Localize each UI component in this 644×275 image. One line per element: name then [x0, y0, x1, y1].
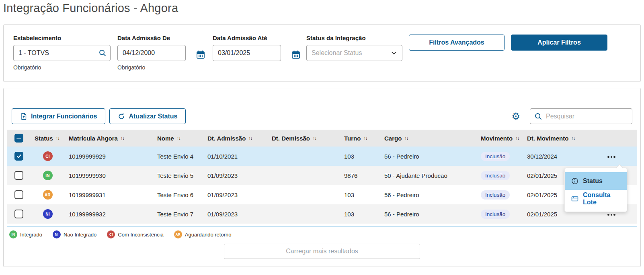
matricula-cell: 10199999931: [65, 191, 153, 198]
sort-icon: ↑↓: [56, 136, 59, 141]
column-header-dt-demissao[interactable]: Dt. Demissão↑↓: [268, 135, 340, 142]
sort-icon: ↑↓: [121, 136, 124, 141]
table-toolbar: Integrar Funcionários Atualizar Status ⚙: [12, 108, 632, 124]
estabelecimento-label: Estabelecimento: [13, 35, 111, 41]
legend-item: AR Aguardando retorno: [174, 230, 232, 238]
status-integracao-label: Status da Integração: [306, 35, 402, 41]
estabelecimento-field: Estabelecimento Obrigatório: [13, 35, 111, 71]
row-checkbox[interactable]: [14, 210, 23, 218]
table-row: CI 10199999929 Teste Envio 4 01/10/2021 …: [7, 147, 637, 166]
search-input[interactable]: [546, 113, 628, 120]
column-header-cargo[interactable]: Cargo↑↓: [380, 135, 477, 142]
select-all-cell: [7, 134, 31, 143]
row-actions-icon[interactable]: [606, 212, 617, 218]
estabelecimento-input[interactable]: [13, 45, 111, 61]
data-admissao-ate-input[interactable]: [213, 45, 281, 61]
calendar-icon[interactable]: [196, 50, 205, 59]
cargo-cell: 56 - Pedreiro: [380, 211, 477, 218]
popup-item-status[interactable]: Status: [565, 172, 627, 190]
estabelecimento-helper: Obrigatório: [13, 64, 111, 71]
legend-item: IN Integrado: [9, 230, 42, 238]
status-legend: IN Integrado NI Não Integrado CI Com Inc…: [9, 230, 637, 239]
gear-icon[interactable]: ⚙: [511, 112, 520, 121]
table-row: IN 10199999930 Teste Envio 5 01/09/2023 …: [7, 166, 637, 185]
popup-item-consulta-lote[interactable]: Consulta Lote: [565, 190, 627, 208]
turno-cell: 9876: [340, 172, 380, 179]
nome-cell: Teste Envio 6: [153, 191, 203, 198]
row-actions-popup: Status Consulta Lote: [564, 168, 627, 212]
filtros-avancados-button[interactable]: Filtros Avançados: [409, 35, 505, 51]
column-header-turno[interactable]: Turno↑↓: [340, 135, 380, 142]
table-search: [530, 108, 632, 124]
status-badge: CI: [107, 230, 115, 238]
dt-movimento-cell: 30/12/2024: [523, 153, 595, 160]
row-checkbox[interactable]: [14, 190, 23, 199]
sort-icon: ↑↓: [571, 136, 575, 141]
status-badge: CI: [43, 151, 53, 161]
status-badge: NI: [53, 230, 61, 238]
employees-table: Status↑↓ Matrícula Ahgora↑↓ Nome↑↓ Dt. A…: [7, 130, 637, 227]
legend-item: CI Com Inconsistência: [107, 230, 163, 238]
movimento-badge: Inclusão: [481, 152, 510, 161]
dt-admissao-cell: 01/09/2023: [203, 172, 268, 179]
row-checkbox[interactable]: [14, 152, 23, 161]
column-header-status[interactable]: Status↑↓: [31, 135, 65, 142]
search-lookup-icon[interactable]: [98, 49, 107, 57]
status-integracao-placeholder: Selecionar Status: [312, 49, 362, 57]
legend-item: NI Não Integrado: [53, 230, 96, 238]
integrar-funcionarios-button[interactable]: Integrar Funcionários: [12, 108, 105, 124]
nome-cell: Teste Envio 7: [153, 211, 203, 218]
status-integracao-field: Status da Integração Selecionar Status: [306, 35, 402, 61]
row-checkbox[interactable]: [14, 171, 23, 180]
batch-query-icon: [571, 195, 578, 202]
movimento-badge: Inclusão: [481, 171, 510, 180]
sort-icon: ↑↓: [313, 136, 316, 141]
column-header-movimento[interactable]: Movimento↑↓: [477, 135, 523, 142]
row-actions-icon[interactable]: [606, 154, 617, 161]
turno-cell: 103: [340, 211, 380, 218]
status-badge: IN: [9, 230, 17, 238]
nome-cell: Teste Envio 5: [153, 172, 203, 179]
table-header: Status↑↓ Matrícula Ahgora↑↓ Nome↑↓ Dt. A…: [7, 130, 637, 147]
atualizar-status-button[interactable]: Atualizar Status: [109, 108, 186, 124]
chevron-down-icon: [391, 50, 397, 56]
column-header-dt-admissao[interactable]: Dt. Admissão↑↓: [203, 135, 268, 142]
nome-cell: Teste Envio 4: [153, 153, 203, 160]
load-more-button[interactable]: Carregar mais resultados: [224, 244, 420, 259]
movimento-badge: Inclusão: [481, 190, 510, 200]
status-integracao-select[interactable]: Selecionar Status: [306, 45, 402, 61]
dt-admissao-cell: 01/09/2023: [203, 191, 268, 198]
sort-icon: ↑↓: [404, 136, 408, 141]
select-all-checkbox[interactable]: [14, 134, 23, 143]
atualizar-status-label: Atualizar Status: [129, 113, 177, 120]
column-header-nome[interactable]: Nome↑↓: [153, 135, 203, 142]
dt-admissao-cell: 01/09/2023: [203, 211, 268, 218]
info-icon: [571, 177, 578, 185]
search-icon: [534, 112, 542, 120]
turno-cell: 103: [340, 191, 380, 198]
cargo-cell: 56 - Pedreiro: [380, 191, 477, 198]
turno-cell: 103: [340, 153, 380, 160]
aplicar-filtros-button[interactable]: Aplicar Filtros: [511, 35, 607, 51]
status-badge: AR: [43, 190, 53, 200]
calendar-icon[interactable]: [291, 50, 300, 59]
refresh-icon: [118, 113, 125, 120]
table-row: AR 10199999931 Teste Envio 6 01/09/2023 …: [7, 185, 637, 204]
data-admissao-ate-field: Data Admissão Até: [213, 35, 300, 61]
data-admissao-de-label: Data Admissão De: [117, 35, 205, 41]
matricula-cell: 10199999932: [65, 211, 153, 218]
status-badge: AR: [174, 230, 182, 238]
matricula-cell: 10199999930: [65, 172, 153, 179]
results-panel: Integrar Funcionários Atualizar Status ⚙: [3, 88, 641, 267]
filter-panel: Estabelecimento Obrigatório Data Admissã…: [3, 24, 641, 82]
document-upload-icon: [20, 113, 27, 120]
data-admissao-de-input[interactable]: [117, 45, 186, 61]
status-badge: IN: [43, 171, 53, 180]
sort-icon: ↑↓: [177, 136, 180, 141]
column-header-dt-movimento[interactable]: Dt. Movimento↑↓: [523, 135, 595, 142]
data-admissao-ate-label: Data Admissão Até: [213, 35, 300, 41]
cargo-cell: 50 - Ajudante Producao: [380, 172, 477, 179]
cargo-cell: 56 - Pedreiro: [380, 153, 477, 160]
integrar-funcionarios-label: Integrar Funcionários: [31, 113, 97, 120]
column-header-matricula[interactable]: Matrícula Ahgora↑↓: [65, 135, 153, 142]
